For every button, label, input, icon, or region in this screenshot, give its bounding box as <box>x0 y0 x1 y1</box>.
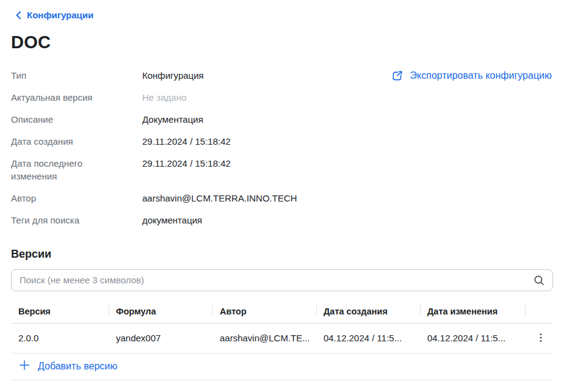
detail-row-author: Автор aarshavin@LCM.TERRA.INNO.TECH <box>11 187 553 209</box>
versions-table-header-row: Версия Формула Автор Дата создания Дата … <box>11 302 553 324</box>
column-header-formula: Формула <box>109 302 212 324</box>
cell-version: 2.0.0 <box>11 323 109 353</box>
plus-icon <box>19 360 30 373</box>
add-version-button[interactable]: Добавить версию <box>11 354 117 380</box>
cell-actions <box>525 323 553 353</box>
chevron-left-icon <box>15 11 21 20</box>
export-icon <box>391 70 403 82</box>
back-link-label: Конфигурации <box>27 10 93 20</box>
export-button-label: Экспортировать конфигурацию <box>410 70 552 81</box>
detail-row-created-date: Дата создания 29.11.2024 / 15:18:42 <box>11 131 553 153</box>
cell-author: aarshavin@LCM.TE... <box>212 323 316 353</box>
detail-label: Дата создания <box>11 135 103 148</box>
add-version-row: Добавить версию <box>11 354 553 380</box>
column-header-modified: Дата изменения <box>420 302 525 324</box>
row-menu-button[interactable] <box>532 331 549 344</box>
page-title: DOC <box>11 32 553 53</box>
detail-row-description: Описание Документация <box>11 109 553 131</box>
detail-label: Актуальная версия <box>11 91 103 104</box>
cell-created: 04.12.2024 / 11:5... <box>316 323 420 353</box>
add-version-label: Добавить версию <box>38 361 117 372</box>
versions-section-heading: Версии <box>11 248 553 261</box>
detail-label: Описание <box>11 113 103 126</box>
detail-value: 29.11.2024 / 15:18:42 <box>142 157 374 170</box>
detail-label: Дата последнего изменения <box>11 157 103 183</box>
detail-value: документация <box>142 214 374 227</box>
detail-value: Документация <box>142 113 374 126</box>
cell-formula: yandex007 <box>109 323 212 353</box>
detail-row-actual-version: Актуальная версия Не задано <box>11 87 553 109</box>
detail-value: Конфигурация <box>142 69 374 82</box>
search-input[interactable] <box>11 269 553 291</box>
kebab-icon <box>536 336 546 345</box>
export-configuration-button[interactable]: Экспортировать конфигурацию <box>391 70 552 82</box>
detail-label: Теги для поиска <box>11 214 103 227</box>
search-icon[interactable] <box>533 274 545 289</box>
versions-table: Версия Формула Автор Дата создания Дата … <box>11 302 553 354</box>
versions-search <box>11 269 553 291</box>
column-header-version: Версия <box>11 302 109 324</box>
detail-label: Тип <box>11 69 103 82</box>
detail-row-modified-date: Дата последнего изменения 29.11.2024 / 1… <box>11 153 553 187</box>
column-header-author: Автор <box>212 302 316 324</box>
detail-value: aarshavin@LCM.TERRA.INNO.TECH <box>142 192 374 205</box>
details-section: Экспортировать конфигурацию Тип Конфигур… <box>11 65 553 231</box>
column-header-actions <box>525 302 553 324</box>
column-header-created: Дата создания <box>316 302 420 324</box>
table-row[interactable]: 2.0.0 yandex007 aarshavin@LCM.TE... 04.1… <box>11 323 553 353</box>
back-link[interactable]: Конфигурации <box>15 10 93 20</box>
detail-row-search-tags: Теги для поиска документация <box>11 209 553 231</box>
detail-value: 29.11.2024 / 15:18:42 <box>142 135 374 148</box>
detail-label: Автор <box>11 192 103 205</box>
detail-value: Не задано <box>142 91 374 104</box>
cell-modified: 04.12.2024 / 11:5... <box>420 323 525 353</box>
